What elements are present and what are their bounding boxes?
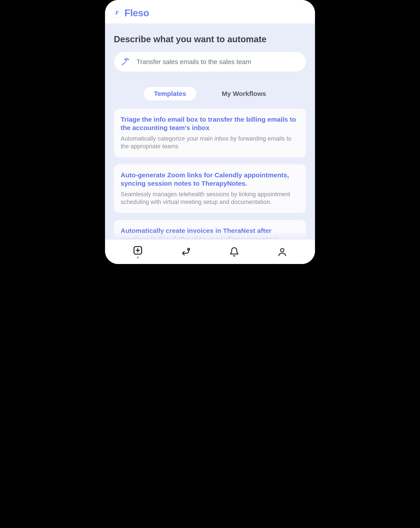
logo[interactable]: F Fleso: [112, 8, 149, 18]
app-screen: F Fleso Describe what you want to automa…: [105, 0, 315, 264]
bell-icon: [229, 247, 239, 257]
nav-create[interactable]: [133, 245, 143, 258]
main-content: Describe what you want to automate Templ…: [105, 24, 315, 239]
page-title: Describe what you want to automate: [114, 34, 306, 44]
template-title: Auto-generate Zoom links for Calendly ap…: [121, 171, 299, 187]
nav-notifications[interactable]: [229, 247, 239, 257]
active-indicator-icon: [137, 257, 139, 258]
logo-text: Fleso: [124, 8, 149, 18]
template-desc: Automatically categorize your main inbox…: [121, 135, 299, 150]
nav-profile[interactable]: [277, 247, 287, 257]
svg-point-2: [280, 248, 284, 252]
automation-prompt-input[interactable]: [136, 58, 299, 66]
nav-return[interactable]: [181, 247, 191, 257]
plus-square-icon: [133, 245, 143, 255]
template-title: Automatically create invoices in TheraNe…: [121, 227, 299, 239]
header: F Fleso: [105, 0, 315, 24]
tab-templates[interactable]: Templates: [144, 87, 196, 101]
template-card[interactable]: Triage the info email box to transfer th…: [114, 108, 306, 157]
magic-wand-icon: [121, 57, 130, 66]
template-list: Triage the info email box to transfer th…: [114, 108, 306, 239]
template-card[interactable]: Auto-generate Zoom links for Calendly ap…: [114, 164, 306, 213]
bottom-nav: [105, 239, 315, 264]
prompt-box[interactable]: [114, 52, 306, 72]
return-arrow-icon: [181, 247, 191, 257]
logo-icon: F: [112, 8, 122, 18]
template-desc: Seamlessly manages telehealth sessions b…: [121, 191, 299, 206]
tabs: Templates My Workflows: [114, 87, 306, 101]
template-title: Triage the info email box to transfer th…: [121, 115, 299, 132]
template-card[interactable]: Automatically create invoices in TheraNe…: [114, 220, 306, 239]
tab-my-workflows[interactable]: My Workflows: [212, 87, 276, 101]
user-icon: [277, 247, 287, 257]
